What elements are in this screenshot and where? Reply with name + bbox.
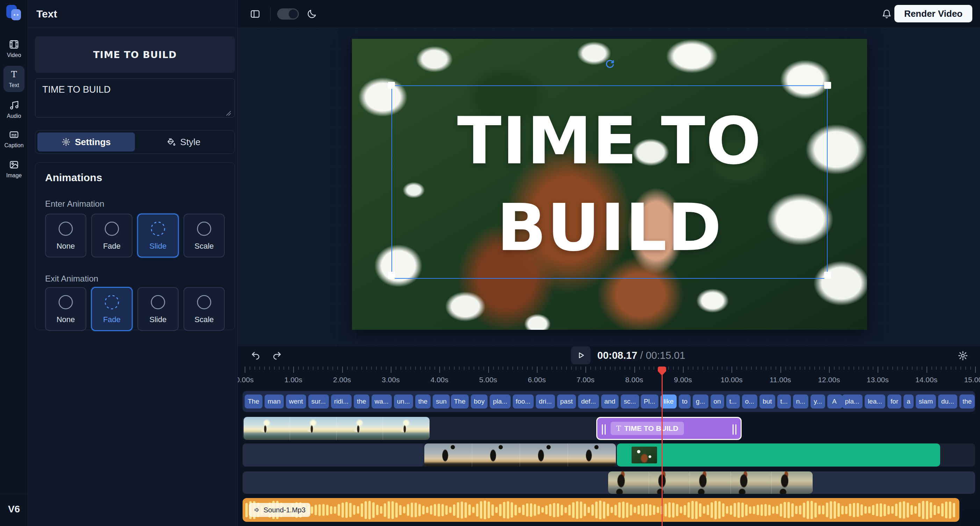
app-logo-icon[interactable] — [6, 4, 22, 21]
theme-toggle[interactable] — [277, 8, 299, 19]
video-preview-canvas[interactable]: TIME TO BUILD — [352, 39, 867, 330]
waveform-bar — [545, 505, 548, 515]
sidebar-item-image[interactable]: Image — [3, 156, 24, 182]
ruler-tick — [361, 367, 362, 370]
rotate-handle[interactable] — [604, 59, 616, 70]
caption-word-chip[interactable]: man — [264, 394, 284, 408]
caption-word-chip[interactable]: like — [660, 394, 677, 408]
waveform-bar — [891, 506, 894, 514]
caption-word-chip[interactable]: pla... — [490, 394, 510, 408]
caption-word-chip[interactable]: on — [711, 394, 724, 408]
animation-option-scale[interactable]: Scale — [183, 214, 225, 257]
caption-word-chip[interactable]: the — [959, 394, 975, 408]
clip-right-trim-handle[interactable] — [731, 423, 738, 436]
caption-word-chip[interactable]: to — [679, 394, 690, 408]
animation-option-slide[interactable]: Slide — [137, 287, 178, 331]
sidebar-item-text[interactable]: T Text — [3, 66, 24, 92]
caption-word-chip[interactable]: g... — [693, 394, 708, 408]
animation-option-none[interactable]: None — [45, 214, 86, 257]
animation-option-scale[interactable]: Scale — [183, 287, 225, 331]
tab-settings[interactable]: Settings — [37, 132, 135, 151]
waveform-bar — [568, 505, 571, 515]
animation-option-label: Slide — [150, 315, 167, 324]
moon-icon[interactable] — [307, 9, 317, 19]
caption-word-chip[interactable]: boy — [471, 394, 488, 408]
caption-word-chip[interactable]: but — [759, 394, 775, 408]
ruler-tick — [970, 367, 971, 370]
animation-option-fade[interactable]: Fade — [91, 287, 132, 331]
caption-word-chip[interactable]: The — [245, 394, 262, 408]
caption-word-chip[interactable]: the — [354, 394, 369, 408]
bell-icon[interactable] — [881, 9, 892, 19]
redo-icon[interactable] — [272, 351, 282, 361]
undo-icon[interactable] — [251, 351, 261, 361]
waveform-bar — [680, 507, 682, 513]
green-clip[interactable] — [617, 443, 940, 467]
caption-word-chip[interactable]: slam — [916, 394, 936, 408]
timeline-settings-gear-icon[interactable] — [958, 351, 968, 361]
animation-option-slide[interactable]: Slide — [137, 214, 178, 257]
surf-video-clip[interactable] — [243, 417, 430, 440]
audio-track-clip[interactable]: Sound-1.Mp3 — [243, 498, 959, 522]
soccer-video-clip[interactable] — [424, 443, 616, 467]
caption-word-chip[interactable]: wa... — [372, 394, 392, 408]
caption-word-chip[interactable]: a — [904, 394, 913, 408]
text-content-input[interactable]: TIME TO BUILD — [35, 78, 235, 118]
timeline[interactable]: 0.00s1.00s2.00s3.00s4.00s5.00s6.00s7.00s… — [238, 367, 980, 526]
cycling-video-clip[interactable] — [608, 472, 813, 494]
textarea-resize-handle[interactable] — [226, 110, 231, 116]
caption-word-chip[interactable]: the — [415, 394, 431, 408]
caption-word-chip[interactable]: un... — [394, 394, 413, 408]
caption-word-chip[interactable]: foo... — [513, 394, 534, 408]
caption-word-chip[interactable]: du... — [938, 394, 957, 408]
caption-word-chip[interactable]: Pl... — [641, 394, 659, 408]
playhead-line[interactable] — [662, 367, 663, 526]
caption-word-chip[interactable]: sun — [433, 394, 450, 408]
sidebar-item-caption[interactable]: Caption — [3, 126, 24, 152]
caption-word-chip[interactable]: def... — [578, 394, 599, 408]
clip-left-trim-handle[interactable] — [600, 423, 607, 436]
ruler-label: 2.00s — [333, 376, 351, 384]
animation-option-fade[interactable]: Fade — [91, 214, 132, 257]
caption-word-chip[interactable]: dri... — [536, 394, 555, 408]
caption-word-chip[interactable]: and — [601, 394, 619, 408]
playhead-marker[interactable] — [658, 367, 666, 376]
ruler-tick — [371, 367, 372, 370]
text-style-preview[interactable]: TIME TO BUILD — [35, 37, 235, 73]
caption-word-chip[interactable]: for — [888, 394, 901, 408]
animation-option-none[interactable]: None — [45, 287, 86, 331]
selection-box[interactable] — [391, 85, 827, 279]
caption-word-chip[interactable]: The — [451, 394, 469, 408]
caption-word-chip[interactable]: lea... — [865, 394, 885, 408]
panel-toggle-icon[interactable] — [250, 9, 260, 19]
sidebar-item-video[interactable]: Video — [3, 36, 24, 62]
caption-word-chip[interactable]: sc... — [621, 394, 639, 408]
caption-word-chip[interactable]: past — [557, 394, 576, 408]
ruler-tick — [639, 367, 640, 370]
empty-clip[interactable] — [243, 443, 424, 467]
text-clip[interactable]: T TIME TO BUILD — [596, 417, 741, 440]
play-button[interactable] — [571, 346, 591, 364]
caption-word-chip[interactable]: y... — [810, 394, 825, 408]
caption-word-chip[interactable]: t... — [726, 394, 740, 408]
caption-word-chip[interactable]: sur... — [308, 394, 329, 408]
waveform-bar — [791, 503, 794, 517]
selection-handle-nw[interactable] — [388, 82, 395, 89]
ruler-tick — [264, 367, 265, 370]
waveform-bar — [372, 502, 375, 518]
selection-handle-ne[interactable] — [824, 82, 831, 89]
caption-word-chip[interactable]: pla... — [842, 394, 862, 408]
caption-word-chip[interactable]: A — [829, 394, 840, 408]
caption-word-chip[interactable]: o... — [742, 394, 757, 408]
sidebar-item-audio[interactable]: Audio — [3, 97, 24, 123]
caption-word-chip[interactable]: t... — [777, 394, 791, 408]
selection-handle-sw[interactable] — [388, 272, 395, 279]
tab-style[interactable]: Style — [135, 132, 232, 151]
render-video-button[interactable]: Render Video — [894, 5, 972, 22]
caption-word-chip[interactable]: ridi... — [331, 394, 352, 408]
caption-word-chip[interactable]: went — [286, 394, 306, 408]
waveform-bar — [426, 507, 428, 513]
waveform-bar — [384, 503, 386, 517]
selection-handle-se[interactable] — [824, 272, 831, 279]
caption-word-chip[interactable]: n... — [793, 394, 808, 408]
